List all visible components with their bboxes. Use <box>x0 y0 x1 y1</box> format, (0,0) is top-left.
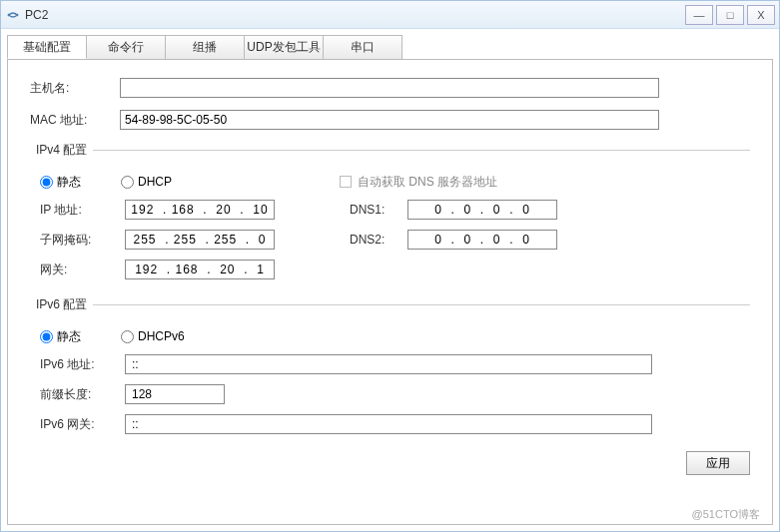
checkbox-icon <box>340 176 352 188</box>
ipv6-legend: IPv6 配置 <box>30 296 93 313</box>
auto-dns-checkbox[interactable]: 自动获取 DNS 服务器地址 <box>340 169 750 195</box>
ipv6-radio-static[interactable]: 静态 <box>40 328 81 345</box>
window-title: PC2 <box>25 8 682 22</box>
maximize-button[interactable]: □ <box>716 5 744 25</box>
ipv4-radio-static-input[interactable] <box>40 176 53 189</box>
tab-serial[interactable]: 串口 <box>323 35 402 59</box>
tab-udp[interactable]: UDP发包工具 <box>244 35 324 59</box>
mac-input[interactable] <box>120 110 659 130</box>
tab-panel-basic: 主机名: MAC 地址: IPv4 配置 静态 <box>7 59 773 525</box>
ipv6-radio-static-input[interactable] <box>40 330 53 343</box>
title-bar: PC2 — □ X <box>1 1 779 29</box>
watermark-text: @51CTO博客 <box>692 507 760 522</box>
tab-cmd[interactable]: 命令行 <box>86 35 166 59</box>
mac-label: MAC 地址: <box>30 112 120 129</box>
ipv4-radio-dhcp[interactable]: DHCP <box>121 175 172 189</box>
tab-bar: 基础配置 命令行 组播 UDP发包工具 串口 <box>7 35 773 59</box>
ipv6-fieldset: IPv6 配置 静态 DHCPv6 IPv6 地址: 前缀长 <box>30 296 750 443</box>
ipv4-legend: IPv4 配置 <box>30 142 93 159</box>
tab-multicast[interactable]: 组播 <box>165 35 245 59</box>
ipv4-radio-static[interactable]: 静态 <box>40 174 81 191</box>
mask-input[interactable] <box>125 230 275 250</box>
ipv6-addr-input[interactable] <box>125 354 652 374</box>
ipv6-radio-dhcpv6-input[interactable] <box>121 330 134 343</box>
hostname-label: 主机名: <box>30 80 120 97</box>
ipv6-radio-dhcpv6[interactable]: DHCPv6 <box>121 329 185 343</box>
ipv6-addr-label: IPv6 地址: <box>40 356 125 373</box>
ipv6-gw-label: IPv6 网关: <box>40 416 125 433</box>
dns1-input[interactable] <box>407 200 557 220</box>
gateway-label: 网关: <box>40 262 125 278</box>
app-window: PC2 — □ X 基础配置 命令行 组播 UDP发包工具 串口 主机名: MA… <box>0 0 780 532</box>
tab-basic[interactable]: 基础配置 <box>7 35 87 59</box>
content-area: 基础配置 命令行 组播 UDP发包工具 串口 主机名: MAC 地址: IPv4… <box>1 29 779 531</box>
dns1-label: DNS1: <box>350 203 407 217</box>
app-icon <box>5 7 21 23</box>
ipv6-gw-input[interactable] <box>125 414 652 434</box>
ipv4-radio-dhcp-input[interactable] <box>121 176 134 189</box>
ip-label: IP 地址: <box>40 202 125 219</box>
dns2-input[interactable] <box>407 230 557 250</box>
hostname-input[interactable] <box>120 78 659 98</box>
dns2-label: DNS2: <box>350 233 407 247</box>
gateway-input[interactable] <box>125 260 275 279</box>
ipv6-prefix-label: 前缀长度: <box>40 386 125 403</box>
apply-button[interactable]: 应用 <box>686 451 750 475</box>
ipv6-prefix-input[interactable] <box>125 384 225 404</box>
ipv4-fieldset: IPv4 配置 静态 DHCP <box>30 142 750 288</box>
mask-label: 子网掩码: <box>40 232 125 249</box>
close-button[interactable]: X <box>747 5 775 25</box>
ip-input[interactable] <box>125 200 275 220</box>
minimize-button[interactable]: — <box>685 5 713 25</box>
